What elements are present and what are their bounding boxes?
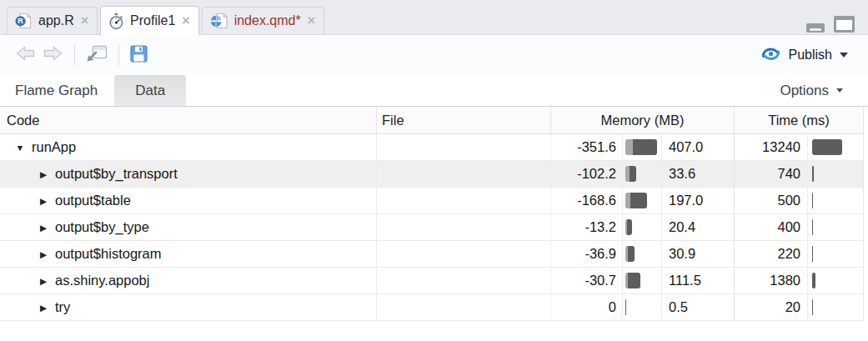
toolbar-separator bbox=[118, 44, 119, 66]
table-row[interactable]: ▶ try 0 0.5 20 bbox=[0, 294, 864, 321]
tree-toggle-icon[interactable]: ▶ bbox=[38, 223, 48, 233]
stopwatch-icon bbox=[108, 13, 124, 30]
table-header: Code File Memory (MB) Time (ms) bbox=[0, 107, 864, 134]
chevron-down-icon bbox=[836, 88, 843, 93]
code-cell: ▶ output$by_transport bbox=[0, 161, 376, 187]
table-row[interactable]: ▶ output$by_transport -102.2 33.6 740 bbox=[0, 161, 864, 188]
time-value: 400 bbox=[734, 214, 807, 240]
table-body: ▼ runApp -351.6 407.0 13240 ▶ output$by_… bbox=[0, 134, 864, 321]
memory-bar-cell bbox=[622, 161, 661, 187]
time-bar-cell bbox=[807, 268, 864, 293]
publish-icon bbox=[760, 45, 781, 66]
memory-neg-value: -36.9 bbox=[550, 241, 622, 267]
time-bar bbox=[812, 219, 813, 235]
profile-view-bar: Flame Graph Data Options bbox=[0, 75, 868, 107]
memory-bar-cell bbox=[622, 294, 661, 320]
memory-bar-positive bbox=[633, 139, 657, 155]
column-header-code: Code bbox=[0, 107, 376, 133]
options-button[interactable]: Options bbox=[770, 75, 868, 106]
time-bar-cell bbox=[807, 161, 864, 187]
tab-profile1[interactable]: Profile1 × bbox=[100, 6, 199, 35]
memory-bar-negative bbox=[625, 139, 633, 155]
code-cell: ▶ output$histogram bbox=[0, 241, 376, 267]
open-in-window-icon bbox=[85, 43, 108, 67]
table-row[interactable]: ▶ output$histogram -36.9 30.9 220 bbox=[0, 241, 864, 268]
rstudio-source-pane: R app.R × Profile1 × bbox=[0, 0, 868, 341]
code-cell: ▶ output$table bbox=[0, 188, 376, 213]
memory-bar bbox=[625, 273, 640, 288]
close-icon[interactable]: × bbox=[182, 14, 189, 28]
memory-bar bbox=[625, 219, 632, 235]
toolbar-separator bbox=[74, 44, 75, 66]
memory-bar-positive bbox=[627, 219, 633, 235]
time-bar bbox=[812, 166, 814, 182]
memory-pos-value: 111.5 bbox=[661, 268, 734, 293]
tab-label: app.R bbox=[38, 13, 74, 28]
time-value: 1380 bbox=[734, 268, 807, 293]
time-bar bbox=[812, 273, 815, 288]
tab-app-r[interactable]: R app.R × bbox=[7, 7, 98, 34]
tree-toggle-icon[interactable]: ▶ bbox=[38, 303, 48, 313]
table-row[interactable]: ▶ as.shiny.appobj -30.7 111.5 1380 bbox=[0, 268, 864, 294]
time-value: 220 bbox=[734, 241, 807, 267]
forward-icon bbox=[42, 44, 64, 66]
time-bar bbox=[812, 193, 813, 208]
tree-toggle-icon[interactable]: ▶ bbox=[38, 196, 48, 206]
editor-tab-bar: R app.R × Profile1 × bbox=[0, 0, 868, 35]
memory-pos-value: 407.0 bbox=[661, 134, 734, 160]
memory-bar bbox=[625, 166, 636, 182]
memory-neg-value: -30.7 bbox=[550, 268, 622, 293]
tab-flame-graph[interactable]: Flame Graph bbox=[0, 75, 114, 106]
memory-bar-positive bbox=[628, 273, 640, 288]
toolbar: Publish bbox=[0, 35, 868, 75]
file-cell bbox=[376, 161, 550, 187]
tree-toggle-icon[interactable]: ▶ bbox=[38, 276, 48, 286]
time-value: 740 bbox=[734, 161, 807, 187]
memory-neg-value: -13.2 bbox=[550, 214, 622, 240]
tree-toggle-icon[interactable]: ▼ bbox=[15, 143, 25, 153]
code-label: output$by_transport bbox=[55, 166, 178, 182]
forward-button[interactable] bbox=[39, 43, 67, 68]
tree-toggle-icon[interactable]: ▶ bbox=[38, 169, 48, 179]
table-row[interactable]: ▶ output$by_type -13.2 20.4 400 bbox=[0, 214, 864, 241]
file-cell bbox=[376, 134, 550, 160]
tab-data[interactable]: Data bbox=[114, 75, 186, 106]
save-icon bbox=[129, 44, 148, 67]
memory-neg-value: 0 bbox=[550, 294, 622, 320]
memory-bar-positive bbox=[625, 299, 626, 315]
memory-bar-cell bbox=[622, 214, 661, 240]
publish-button[interactable]: Publish bbox=[755, 43, 853, 68]
table-row[interactable]: ▼ runApp -351.6 407.0 13240 bbox=[0, 134, 864, 161]
back-button[interactable] bbox=[12, 43, 39, 68]
memory-pos-value: 0.5 bbox=[661, 294, 734, 320]
close-icon[interactable]: × bbox=[81, 14, 88, 28]
time-bar-cell bbox=[807, 214, 864, 240]
column-header-file: File bbox=[376, 107, 550, 133]
table-row[interactable]: ▶ output$table -168.6 197.0 500 bbox=[0, 188, 864, 214]
options-label: Options bbox=[780, 83, 829, 99]
memory-bar-positive bbox=[630, 166, 636, 182]
memory-bar-positive bbox=[630, 193, 647, 208]
code-label: output$histogram bbox=[55, 246, 162, 262]
close-icon[interactable]: × bbox=[308, 14, 315, 28]
open-in-new-window-button[interactable] bbox=[83, 42, 111, 68]
tab-label: Profile1 bbox=[130, 13, 175, 28]
tab-index-qmd[interactable]: index.qmd* × bbox=[202, 7, 324, 34]
maximize-pane-icon[interactable] bbox=[834, 16, 855, 33]
tree-toggle-icon[interactable]: ▶ bbox=[38, 249, 48, 259]
time-bar-cell bbox=[807, 134, 864, 160]
tab-label: index.qmd* bbox=[234, 13, 301, 28]
save-button[interactable] bbox=[127, 43, 151, 68]
code-cell: ▶ output$by_type bbox=[0, 214, 376, 240]
file-cell bbox=[376, 214, 550, 240]
back-icon bbox=[14, 44, 37, 66]
time-value: 13240 bbox=[734, 134, 807, 160]
svg-text:R: R bbox=[18, 17, 23, 25]
file-cell bbox=[376, 294, 550, 320]
time-bar-cell bbox=[807, 241, 864, 267]
r-file-icon: R bbox=[15, 13, 33, 29]
memory-bar-cell bbox=[622, 241, 661, 267]
time-value: 500 bbox=[734, 188, 807, 213]
memory-bar-cell bbox=[622, 268, 661, 293]
minimize-pane-icon[interactable] bbox=[806, 23, 825, 33]
